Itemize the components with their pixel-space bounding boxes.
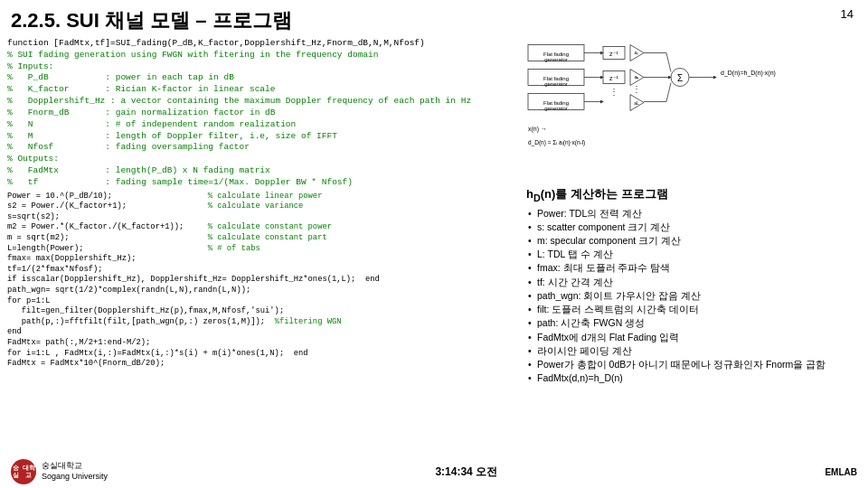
svg-text:generator: generator — [544, 81, 568, 87]
bullet-title: hD(n)를 계산하는 프로그램 — [526, 186, 861, 203]
svg-text:z⁻¹: z⁻¹ — [609, 51, 619, 57]
bullet-item: m: specular component 크기 계산 — [526, 234, 861, 248]
bullet-section: hD(n)를 계산하는 프로그램 Power: TDL의 전력 계산s: sca… — [526, 186, 861, 385]
university-logo: 숭실 대학교 — [11, 459, 36, 484]
bullet-item: Power가 총합이 0dB가 아니기 때문에나 정규화인자 Fnorm을 곱함 — [526, 358, 861, 371]
bullet-item: s: scatter component 크기 계산 — [526, 221, 861, 234]
bullet-item: Power: TDL의 전력 계산 — [526, 207, 861, 221]
svg-text:generator: generator — [544, 106, 568, 111]
svg-text:d_D(n) = Σₗ aₗ(n)·x(n-l): d_D(n) = Σₗ aₗ(n)·x(n-l) — [528, 139, 585, 146]
svg-text:generator: generator — [544, 57, 568, 62]
svg-text:d_D(n)=h_D(n)·x(n): d_D(n)=h_D(n)·x(n) — [721, 70, 776, 77]
bullet-item: 라이시안 페이딩 계산 — [526, 344, 861, 358]
svg-text:⋮: ⋮ — [609, 87, 618, 97]
timestamp: 3:14:34 오전 — [108, 465, 825, 480]
svg-text:z⁻¹: z⁻¹ — [609, 75, 619, 81]
left-panel: function [FadMtx,tf]=SUI_fading(P_dB,K_f… — [7, 38, 523, 455]
svg-line-30 — [666, 83, 671, 102]
svg-text:x(n) →: x(n) → — [528, 126, 547, 133]
lab-name: EMLAB — [825, 467, 857, 477]
logo-area: 숭실 대학교 숭실대학교 Sogang University — [11, 459, 108, 484]
svg-text:aL: aL — [634, 100, 639, 106]
diagram-area: Flat fading generator Flat fading genera… — [526, 38, 861, 183]
bullet-item: filt: 도플러 스펙트럼의 시간축 데이터 — [526, 303, 861, 316]
right-panel: Flat fading generator Flat fading genera… — [526, 38, 861, 455]
footer: 숭실 대학교 숭실대학교 Sogang University 3:14:34 오… — [0, 459, 868, 484]
bullet-item: tf: 시간 간격 계산 — [526, 276, 861, 289]
university-name: 숭실대학교 Sogang University — [42, 461, 108, 482]
svg-line-27 — [666, 53, 671, 72]
function-signature: function [FadMtx,tf]=SUI_fading(P_dB,K_f… — [7, 38, 523, 189]
block-diagram: Flat fading generator Flat fading genera… — [526, 38, 861, 183]
bullet-item: FadMtx(d,n)=h_D(n) — [526, 371, 861, 385]
svg-text:Σ: Σ — [677, 73, 683, 83]
bullet-item: L: TDL 탭 수 계산 — [526, 248, 861, 261]
svg-text:a₁: a₁ — [635, 74, 639, 80]
bullet-item: path: 시간축 FWGN 생성 — [526, 316, 861, 330]
svg-text:⋮: ⋮ — [632, 84, 641, 94]
bullet-item: path_wgn: 회이트 가우시안 잡음 계산 — [526, 289, 861, 303]
slide-title: 2.2.5. SUI 채널 모델 – 프로그램 — [11, 7, 292, 34]
svg-text:a₀: a₀ — [635, 50, 639, 55]
bullet-list: Power: TDL의 전력 계산s: scatter component 크기… — [526, 207, 861, 386]
code-block: Power = 10.^(P_dB/10); % calculate linea… — [7, 192, 523, 370]
bullet-item: fmax: 최대 도플러 주파수 탐색 — [526, 261, 861, 275]
bullet-item: FadMtx에 d개의 Flat Fading 입력 — [526, 331, 861, 344]
page-number: 14 — [841, 7, 854, 21]
